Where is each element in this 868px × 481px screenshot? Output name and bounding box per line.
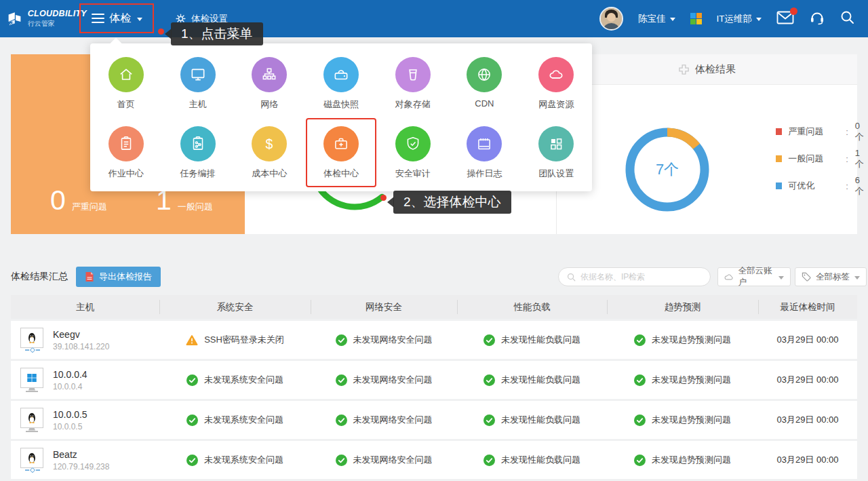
severe-issue-count: 0 xyxy=(50,185,66,216)
team-name: IT运维部 xyxy=(717,13,753,25)
last-check-time: 03月29日 00:00 xyxy=(758,441,857,479)
col-header-performance: 性能负载 xyxy=(457,295,607,319)
menu-item-team-settings[interactable]: 团队设置 xyxy=(520,122,592,190)
notification-badge xyxy=(790,7,797,15)
legend-value-general: 1个 xyxy=(855,148,868,170)
linux-os-icon xyxy=(20,448,43,468)
search-icon xyxy=(567,273,576,282)
app-menu-dropdown: 首页 主机 网络 xyxy=(90,43,592,191)
network-icon xyxy=(260,66,278,83)
monitor-stand-icon xyxy=(20,388,43,393)
check-icon xyxy=(336,374,347,386)
cloud-account-filter[interactable]: 全部云账户 xyxy=(717,267,791,286)
legend-swatch-optimizable xyxy=(776,182,782,189)
legend-value-optimizable: 6个 xyxy=(855,175,868,197)
table-row[interactable]: Keegv 39.108.141.220 SSH密码登录未关闭 未发现网络安全问… xyxy=(11,321,857,359)
check-icon xyxy=(336,455,347,466)
tag-icon xyxy=(802,272,811,282)
donut-total-label: 7个 xyxy=(620,122,715,217)
cloudbility-logo[interactable]: CLOUDBILITY 行云管家 xyxy=(0,7,87,31)
last-check-time: 03月29日 00:00 xyxy=(758,401,857,439)
cloud-connector-icon xyxy=(20,348,45,353)
cdn-globe-icon xyxy=(475,66,493,83)
table-row[interactable]: Beatz 120.79.149.238 未发现系统安全问题 未发现网络安全问题… xyxy=(11,441,857,479)
main-menu-button[interactable]: 体检 xyxy=(79,3,154,33)
menu-item-hosts[interactable]: 主机 xyxy=(162,53,234,121)
table-header-row: 主机 系统安全 网络安全 性能负载 趋势预测 最近体检时间 xyxy=(11,295,857,319)
check-icon xyxy=(484,334,495,346)
menu-item-cdn[interactable]: CDN xyxy=(449,53,521,121)
brand-subtitle: 行云管家 xyxy=(28,19,87,28)
table-row[interactable]: 10.0.0.5 10.0.0.5 未发现系统安全问题 未发现网络安全问题 未发… xyxy=(11,401,857,439)
brand-logo-icon xyxy=(7,7,23,31)
general-issue-label: 一般问题 xyxy=(178,201,213,213)
menu-item-disk-snapshot[interactable]: 磁盘快照 xyxy=(305,53,377,121)
results-summary-title: 体检结果汇总 xyxy=(11,271,68,283)
menu-item-object-storage[interactable]: 对象存储 xyxy=(377,53,449,121)
menu-item-home[interactable]: 首页 xyxy=(90,53,162,121)
avatar-photo xyxy=(601,8,622,29)
callout-step1: 1、点击菜单 xyxy=(171,22,263,45)
menu-item-netdisk[interactable]: 网盘资源 xyxy=(520,53,592,121)
col-header-trend: 趋势预测 xyxy=(607,295,758,319)
dropdown-caret xyxy=(111,38,122,50)
warning-icon xyxy=(186,334,198,345)
user-menu[interactable]: 陈宝佳 xyxy=(638,13,675,25)
health-check-medkit-icon xyxy=(332,135,350,153)
task-orchestration-icon xyxy=(189,135,207,153)
cloud-icon xyxy=(724,273,733,281)
team-grid-icon xyxy=(690,13,702,24)
menu-item-operation-log[interactable]: 操作日志 xyxy=(449,122,521,190)
host-name: Beatz xyxy=(53,449,109,460)
pdf-file-icon xyxy=(85,271,94,282)
table-row[interactable]: 10.0.0.4 10.0.0.4 未发现系统安全问题 未发现网络安全问题 未发… xyxy=(11,361,857,399)
shield-check-icon xyxy=(404,135,422,153)
menu-item-network[interactable]: 网络 xyxy=(233,53,305,121)
legend-item: 严重问题 : 0个 xyxy=(776,125,868,138)
chevron-down-icon xyxy=(670,18,675,21)
result-donut-chart: 7个 xyxy=(620,122,715,217)
check-icon xyxy=(484,415,495,426)
user-avatar[interactable] xyxy=(599,7,623,31)
health-results-table: 主机 系统安全 网络安全 性能负载 趋势预测 最近体检时间 Keegv 39.1… xyxy=(11,295,857,479)
user-name: 陈宝佳 xyxy=(638,13,666,25)
menu-item-cost-center[interactable]: $ 成本中心 xyxy=(233,122,305,190)
host-ip: 10.0.0.5 xyxy=(53,422,87,431)
host-name: Keegv xyxy=(53,329,109,340)
host-name: 10.0.0.4 xyxy=(53,369,87,380)
donut-legend: 严重问题 : 0个 一般问题 : 1个 可优化 : 6个 xyxy=(776,125,868,206)
callout-dot-2 xyxy=(380,195,387,201)
check-icon xyxy=(186,455,198,466)
home-icon xyxy=(117,66,135,83)
chevron-down-icon xyxy=(778,276,784,280)
hamburger-icon xyxy=(92,11,104,26)
check-icon xyxy=(634,374,646,386)
menu-item-job-center[interactable]: 作业中心 xyxy=(90,122,162,190)
object-storage-icon xyxy=(404,66,422,83)
col-header-system-security: 系统安全 xyxy=(159,295,311,319)
menu-item-task-orchestration[interactable]: 任务编排 xyxy=(162,122,234,190)
legend-swatch-general xyxy=(776,155,782,162)
brand-title: CLOUDBILITY xyxy=(28,9,87,18)
host-search-box xyxy=(558,267,711,286)
support-button[interactable] xyxy=(809,9,825,28)
callout-step2: 2、选择体检中心 xyxy=(393,191,511,214)
check-icon xyxy=(634,455,646,466)
host-search-input[interactable] xyxy=(580,272,702,282)
host-monitor-icon xyxy=(189,66,207,83)
legend-item: 一般问题 : 1个 xyxy=(776,152,868,166)
col-header-network-security: 网络安全 xyxy=(311,295,457,319)
messages-button[interactable] xyxy=(776,11,794,27)
cloud-connector-icon xyxy=(20,468,45,473)
headset-icon xyxy=(809,9,825,25)
tag-filter[interactable]: 全部标签 xyxy=(795,267,867,286)
check-icon xyxy=(186,415,198,426)
menu-item-health-check-center[interactable]: 体检中心 xyxy=(305,122,377,190)
export-report-button[interactable]: 导出体检报告 xyxy=(76,267,161,287)
menu-item-security-audit[interactable]: 安全审计 xyxy=(377,122,449,190)
health-result-panel: 体检结果 7个 严重问题 : 0个 一般问题 : 1个 xyxy=(556,54,857,234)
global-search-button[interactable] xyxy=(840,10,854,27)
team-menu[interactable]: IT运维部 xyxy=(717,13,762,25)
calendar-log-icon xyxy=(475,135,493,153)
col-header-last-check-time: 最近体检时间 xyxy=(758,295,857,319)
